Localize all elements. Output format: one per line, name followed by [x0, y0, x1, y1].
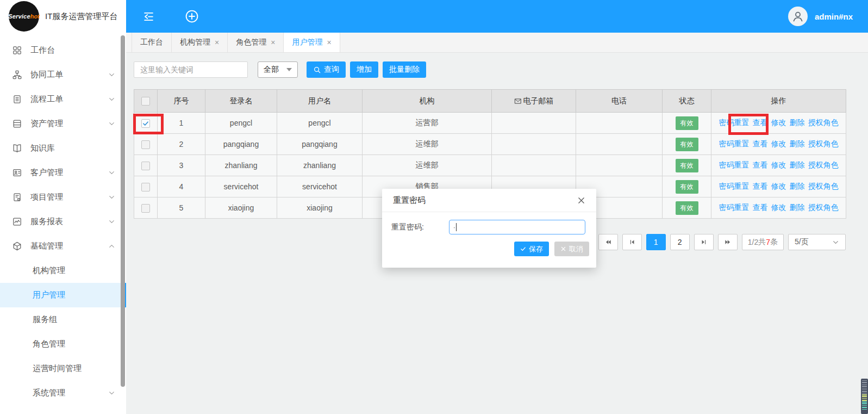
sidebar-item-label: 系统管理	[33, 388, 65, 398]
avatar	[788, 7, 808, 26]
sidebar-item-10[interactable]: 用户管理	[0, 283, 126, 307]
status-badge: 有效	[676, 180, 698, 194]
action-edit[interactable]: 修改	[771, 182, 786, 190]
action-password-reset[interactable]: 密码重置	[719, 203, 750, 212]
action-password-reset[interactable]: 密码重置	[719, 139, 750, 148]
collapse-menu-icon[interactable]	[141, 11, 157, 22]
action-edit[interactable]: 修改	[771, 160, 786, 169]
meter-teal-bars	[862, 401, 867, 411]
action-view[interactable]: 查看	[753, 203, 768, 212]
action-grant-role[interactable]: 授权角色	[808, 203, 839, 212]
sidebar-item-1[interactable]: 协同工单	[0, 63, 126, 87]
sidebar-item-4[interactable]: 知识库	[0, 136, 126, 160]
sidebar-item-5[interactable]: 客户管理	[0, 160, 126, 185]
action-grant-role[interactable]: 授权角色	[808, 139, 839, 148]
close-tab-icon[interactable]: ×	[327, 39, 331, 46]
tab-3[interactable]: 用户管理×	[284, 33, 340, 52]
page-button-2[interactable]: 2	[670, 234, 690, 250]
select-all-checkbox[interactable]	[141, 97, 150, 106]
action-password-reset[interactable]: 密码重置	[719, 160, 750, 169]
sidebar-item-9[interactable]: 机构管理	[0, 258, 126, 283]
sidebar-scrollbar[interactable]	[121, 35, 125, 387]
add-tab-icon[interactable]	[185, 9, 199, 23]
meter-yellow-bars	[862, 394, 867, 401]
username: admin#nx	[815, 12, 853, 21]
sidebar-item-12[interactable]: 角色管理	[0, 332, 126, 356]
sidebar-item-label: 流程工单	[30, 94, 63, 104]
save-button[interactable]: 保存	[514, 242, 549, 256]
action-delete[interactable]: 删除	[790, 203, 805, 212]
batch-delete-button[interactable]: 批量删除	[383, 61, 426, 78]
action-view[interactable]: 查看	[753, 139, 768, 148]
row-checkbox[interactable]	[141, 204, 150, 213]
action-edit[interactable]: 修改	[771, 139, 786, 148]
close-tab-icon[interactable]: ×	[215, 39, 219, 46]
cell-status: 有效	[663, 197, 711, 219]
reset-password-input[interactable]: ·	[449, 220, 585, 234]
query-button[interactable]: 查询	[307, 61, 346, 78]
action-grant-role[interactable]: 授权角色	[808, 160, 839, 169]
checkbox-cell	[134, 197, 158, 219]
sidebar-item-label: 角色管理	[33, 339, 65, 349]
last-page-button[interactable]	[718, 234, 738, 250]
sidebar-item-11[interactable]: 服务组	[0, 307, 126, 332]
add-button[interactable]: 增加	[350, 61, 378, 78]
keyword-input[interactable]	[134, 61, 248, 78]
row-checkbox[interactable]	[141, 140, 150, 149]
sidebar-item-2[interactable]: 流程工单	[0, 87, 126, 112]
action-delete[interactable]: 删除	[790, 118, 805, 127]
row-checkbox[interactable]	[141, 162, 150, 170]
sidebar-item-3[interactable]: 资产管理	[0, 112, 126, 136]
user-menu[interactable]: admin#nx	[788, 0, 853, 33]
action-delete[interactable]: 删除	[790, 182, 805, 190]
next-page-button[interactable]	[694, 234, 714, 250]
servicehot-logo: Servicehot	[9, 1, 39, 32]
modal-header: 重置密码	[382, 189, 596, 212]
action-password-reset[interactable]: 密码重置	[719, 118, 750, 127]
action-view[interactable]: 查看	[753, 118, 768, 127]
tab-0[interactable]: 工作台	[132, 33, 172, 52]
cell-actions: 密码重置查看修改删除授权角色	[711, 134, 846, 155]
sidebar-item-8[interactable]: 基础管理	[0, 234, 126, 258]
close-tab-icon[interactable]: ×	[271, 39, 275, 46]
filter-select[interactable]: 全部	[258, 61, 298, 78]
cell-status: 有效	[663, 176, 711, 197]
action-view[interactable]: 查看	[753, 160, 768, 169]
cell-status: 有效	[663, 134, 711, 155]
chevron-down-icon	[108, 169, 115, 176]
row-checkbox[interactable]	[141, 119, 150, 128]
meter-gray-bars	[862, 380, 867, 394]
close-icon[interactable]	[577, 196, 585, 205]
column-header-6: 状态	[663, 90, 711, 113]
action-grant-role[interactable]: 授权角色	[808, 118, 839, 127]
cell-phone	[576, 155, 663, 176]
tab-1[interactable]: 机构管理×	[172, 33, 228, 52]
column-header-label: 登录名	[205, 96, 277, 106]
cell-actions: 密码重置查看修改删除授权角色	[711, 155, 846, 176]
tab-2[interactable]: 角色管理×	[228, 33, 284, 52]
project-doc-icon	[12, 192, 22, 202]
action-edit[interactable]: 修改	[771, 203, 786, 212]
action-password-reset[interactable]: 密码重置	[719, 182, 750, 190]
cancel-button[interactable]: 取消	[554, 242, 589, 256]
row-checkbox[interactable]	[141, 183, 150, 191]
sidebar-item-6[interactable]: 项目管理	[0, 185, 126, 209]
action-grant-role[interactable]: 授权角色	[808, 182, 839, 190]
column-header-label: 操作	[711, 96, 846, 106]
sidebar-item-label: 工作台	[30, 45, 55, 55]
sidebar-item-14[interactable]: 系统管理	[0, 381, 126, 405]
sidebar-item-0[interactable]: 工作台	[0, 38, 126, 63]
tab-label: 工作台	[140, 38, 163, 47]
page-size-select[interactable]: 5/页	[788, 234, 846, 250]
first-page-button[interactable]	[598, 234, 618, 250]
first-page-icon	[604, 238, 612, 246]
action-delete[interactable]: 删除	[790, 139, 805, 148]
action-edit[interactable]: 修改	[771, 118, 786, 127]
prev-page-button[interactable]	[622, 234, 642, 250]
page-button-1[interactable]: 1	[646, 234, 666, 250]
action-delete[interactable]: 删除	[790, 160, 805, 169]
action-view[interactable]: 查看	[753, 182, 768, 190]
sidebar-item-13[interactable]: 运营时间管理	[0, 356, 126, 381]
sidebar-item-7[interactable]: 服务报表	[0, 209, 126, 234]
brand: Servicehot IT服务运营管理平台	[0, 0, 126, 33]
